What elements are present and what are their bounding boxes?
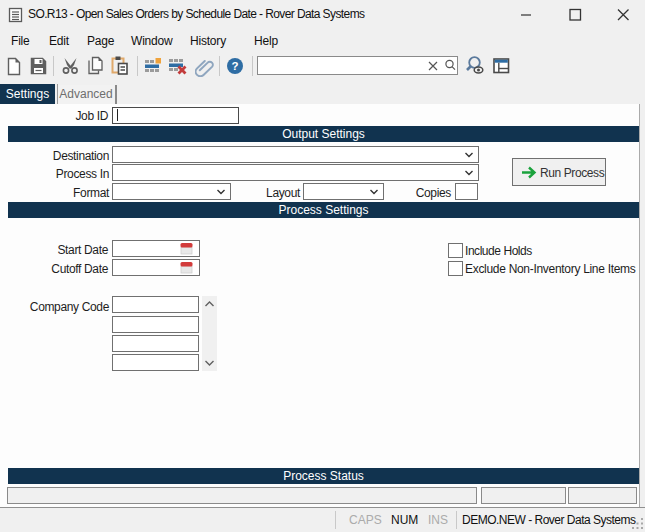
svg-text:?: ? — [231, 60, 238, 72]
